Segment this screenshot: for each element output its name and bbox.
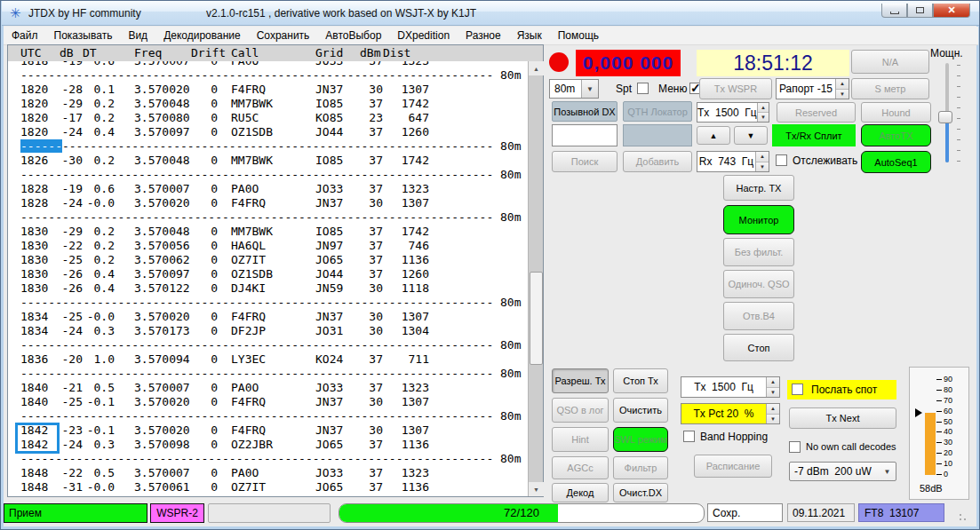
clear-button[interactable]: Очистить <box>613 398 668 423</box>
enable-tx-button[interactable]: Разреш. Тх <box>552 368 609 393</box>
column-header-freq: Freq <box>134 45 191 61</box>
menu-item-5[interactable]: АвтоВыбор <box>317 29 389 42</box>
no-filter-button[interactable]: Без фильт. <box>723 238 794 266</box>
decode-row[interactable]: 1820-240.43.5700970OZ1SDBJO44371260 <box>8 125 528 139</box>
schedule-button[interactable]: Расписание <box>694 455 772 478</box>
separator-row: ----------------------------------------… <box>8 210 528 225</box>
menu-item-1[interactable]: Показывать <box>46 29 121 42</box>
decode-row[interactable]: 1842-240.33.5700980OZ2JBRJO65371136 <box>8 438 528 452</box>
decode-row[interactable]: 1834-25-0.03.5700200F4FRQJN37301307 <box>8 310 528 324</box>
no-own-call-checkbox[interactable] <box>789 441 801 453</box>
decode-row[interactable]: 1828-190.63.5700070PA0OJO33371323 <box>8 182 528 196</box>
autoseq-button[interactable]: AutoSeq1 <box>861 151 931 173</box>
qth-locator-input[interactable] <box>623 124 692 146</box>
tx-wspr-button[interactable]: Tx WSPR <box>699 78 772 99</box>
agcc-button[interactable]: AGCc <box>552 456 609 479</box>
swl-mode-button[interactable]: SWL режим <box>613 427 668 452</box>
decode-row[interactable]: 1830-260.43.5700970OZ1SDBJO44371260 <box>8 267 528 281</box>
dx-call-button[interactable]: Позывной DX <box>552 101 617 122</box>
resize-grip[interactable] <box>959 513 969 524</box>
menu-item-8[interactable]: Язык <box>509 29 550 42</box>
decode-scrollbar[interactable]: ▲ ▼ <box>528 61 543 496</box>
single-qso-button[interactable]: Одиноч. QSO <box>723 270 794 298</box>
decode-row[interactable]: 1830-260.43.5701220DJ4KIJN59301118 <box>8 281 528 296</box>
minimize-button[interactable] <box>881 4 907 18</box>
txrx-split-button[interactable]: Tx/Rx Сплит <box>772 124 856 146</box>
power-select[interactable]: -7 dBm 200 uW ▼ <box>789 462 896 481</box>
tx-freq-spinbox[interactable]: Tx 1500 Гц ▲▼ <box>697 102 769 123</box>
menu-item-3[interactable]: Декодирование <box>155 29 249 42</box>
hound-button[interactable]: Hound <box>861 102 931 123</box>
power-slider-handle[interactable] <box>938 111 952 123</box>
scrollbar-thumb[interactable] <box>530 272 543 365</box>
reserved-button[interactable]: Reserved <box>777 102 856 123</box>
band-hopping-checkbox[interactable] <box>683 431 695 442</box>
tx-next-button[interactable]: Tx Next <box>789 407 896 429</box>
monitor-button[interactable]: Монитор <box>723 205 794 234</box>
cell-dbm: 37 <box>360 125 383 139</box>
decode-row[interactable]: 1820-290.23.5700480MM7BWKIO85371742 <box>8 97 528 111</box>
filter-button[interactable]: Фильтр <box>613 456 668 479</box>
decode-row[interactable]: 1842-23-0.13.5700200F4FRQJN37301307 <box>8 423 528 438</box>
search-button[interactable]: Поиск <box>552 151 617 172</box>
tx-pct-spinbox[interactable]: Tx Pct 20 % ▲▼ <box>681 403 780 424</box>
menu-item-2[interactable]: Вид <box>120 29 155 42</box>
spt-checkbox[interactable] <box>637 83 649 94</box>
report-spinbox[interactable]: Рапорт -15 ▲▼ <box>776 78 849 99</box>
decode-row[interactable]: 1820-280.13.5700200F4FRQJN37301307 <box>8 83 528 97</box>
tune-tx-button[interactable]: Настр. TX <box>723 175 794 201</box>
decode-row[interactable]: 1820-170.23.5700800RU5CKO8523647 <box>8 111 528 125</box>
decode-row[interactable]: 1830-220.23.5700560HA6QLJN9737746 <box>8 239 528 253</box>
tx-freq-spinbox-2[interactable]: Tx 1500 Гц ▲▼ <box>681 376 780 398</box>
s-meter-button[interactable]: S метр <box>851 78 929 99</box>
rx-freq-spinbox[interactable]: Rx 743 Гц ▲▼ <box>697 151 769 172</box>
na-button[interactable]: N/A <box>851 50 929 74</box>
menu-item-0[interactable]: Файл <box>4 29 46 42</box>
maximize-button[interactable] <box>907 4 933 18</box>
menu-item-9[interactable]: Помощь <box>550 29 607 42</box>
decode-row[interactable]: 1848-220.53.5700070PA0OJO33371323 <box>8 466 528 480</box>
log-qso-button[interactable]: QSO в лог <box>552 398 609 423</box>
decode-row[interactable]: 1826-300.23.5700480MM7BWKIO85371742 <box>8 154 528 168</box>
band-select[interactable]: 80m ▼ <box>549 79 599 99</box>
hint-button[interactable]: Hint <box>552 427 609 452</box>
freq-down-button[interactable]: ▼ <box>734 126 768 145</box>
menu-item-7[interactable]: Разное <box>458 29 509 42</box>
qth-locator-button[interactable]: QTH Локатор <box>623 101 692 122</box>
dx-call-input[interactable] <box>552 124 617 146</box>
decode-row[interactable]: 1848-31-0.03.5700610OZ7ITJO65371136 <box>8 480 528 494</box>
decode-row[interactable]: 1834-240.33.5701730DF2JPJO31301304 <box>8 324 528 338</box>
track-checkbox[interactable] <box>776 154 787 166</box>
menu-item-4[interactable]: Сохранить <box>249 29 318 42</box>
auto-tx-button[interactable]: АвтоTX <box>861 124 931 146</box>
stop-tx-button[interactable]: Стоп Тх <box>613 368 668 393</box>
add-button[interactable]: Добавить <box>623 151 692 172</box>
send-spot-checkbox[interactable] <box>792 384 803 395</box>
decode-row[interactable]: 1828-24-0.03.5700200F4FRQJN37301307 <box>8 196 528 210</box>
spin-arrows-icon[interactable]: ▲▼ <box>757 103 769 122</box>
decode-row[interactable]: 1840-210.53.5700070PA0OJO33371323 <box>8 381 528 395</box>
spin-arrows-icon[interactable]: ▲▼ <box>755 152 769 171</box>
cell-dist: 1742 <box>383 225 429 239</box>
clear-dx-button[interactable]: Очист.DX <box>613 483 668 502</box>
spin-arrows-icon[interactable]: ▲▼ <box>766 377 779 397</box>
decode-row[interactable]: 1830-290.23.5700480MM7BWKIO85371742 <box>8 225 528 239</box>
stop-button[interactable]: Стоп <box>723 334 794 361</box>
chevron-down-icon[interactable]: ▼ <box>581 80 598 98</box>
answer-b4-button[interactable]: Отв.B4 <box>723 302 794 330</box>
decode-button[interactable]: Декод <box>552 483 609 502</box>
title-bar[interactable]: ✳ JTDX by HF community v2.1.0-rc151 , de… <box>2 1 980 26</box>
decode-row[interactable]: 1836-201.03.5700940LY3ECKO2437711 <box>8 352 528 367</box>
menu-item-6[interactable]: DXpedition <box>389 29 458 42</box>
decode-row[interactable]: 1830-250.23.5700620OZ7ITJO65371136 <box>8 253 528 267</box>
freq-up-button[interactable]: ▲ <box>697 126 730 145</box>
spin-arrows-icon[interactable]: ▲▼ <box>766 404 779 423</box>
scroll-up-icon[interactable]: ▲ <box>529 61 544 75</box>
close-button[interactable]: ✕ <box>933 4 970 18</box>
save-field[interactable]: Сохр. <box>707 503 783 522</box>
decode-row[interactable]: 1840-25-0.13.5700200F4FRQJN37301307 <box>8 395 528 409</box>
spin-arrows-icon[interactable]: ▲▼ <box>835 79 849 99</box>
decode-row[interactable]: 1818-190.63.5700070PA0OJO33371323 <box>8 61 528 68</box>
chevron-down-icon[interactable]: ▼ <box>879 463 896 480</box>
scroll-down-icon[interactable]: ▼ <box>529 482 544 496</box>
